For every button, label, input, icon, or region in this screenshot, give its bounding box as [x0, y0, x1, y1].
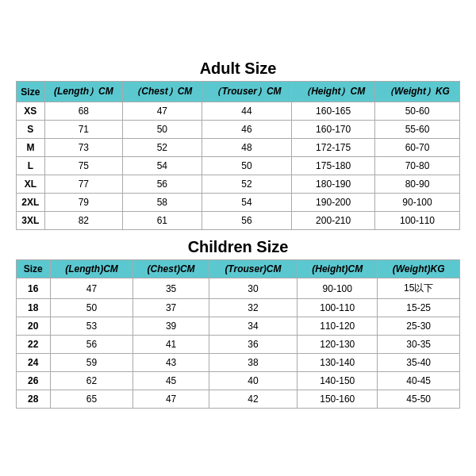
table-cell: 50: [122, 121, 202, 139]
table-cell: 47: [122, 102, 202, 121]
children-header-cell: (Trouser)CM: [209, 260, 298, 278]
table-cell: XL: [17, 175, 45, 194]
table-cell: 47: [50, 278, 133, 299]
table-cell: 35-40: [378, 354, 460, 372]
table-cell: 56: [122, 175, 202, 194]
table-row: 24594338130-14035-40: [17, 354, 460, 372]
table-cell: 180-190: [292, 175, 375, 194]
children-title: Children Size: [16, 238, 460, 256]
table-cell: 110-120: [298, 317, 378, 336]
table-cell: 150-160: [298, 390, 378, 409]
table-cell: S: [17, 121, 45, 139]
table-cell: 175-180: [292, 157, 375, 175]
table-cell: 77: [44, 175, 122, 194]
table-row: 22564136120-13030-35: [17, 336, 460, 354]
table-cell: 22: [17, 336, 51, 354]
table-cell: 65: [50, 390, 133, 409]
table-cell: 47: [133, 390, 209, 409]
table-cell: 43: [133, 354, 209, 372]
table-cell: 90-100: [298, 278, 378, 299]
children-header-cell: (Height)CM: [298, 260, 378, 278]
table-cell: 26: [17, 372, 51, 390]
table-cell: 160-165: [292, 102, 375, 121]
table-cell: 61: [122, 212, 202, 230]
table-cell: 40-45: [378, 372, 460, 390]
table-cell: 58: [122, 194, 202, 212]
table-cell: 54: [202, 194, 292, 212]
table-cell: M: [17, 139, 45, 157]
table-row: S715046160-17055-60: [17, 121, 460, 139]
adult-header-cell: （Trouser）CM: [202, 82, 292, 102]
table-cell: 46: [202, 121, 292, 139]
table-row: 3XL826156200-210100-110: [17, 212, 460, 230]
table-cell: 100-110: [298, 299, 378, 317]
table-cell: 28: [17, 390, 51, 409]
main-container: Adult Size Size(Length）CM（Chest）CM（Trous…: [8, 52, 468, 424]
table-cell: 34: [209, 317, 298, 336]
table-cell: 36: [209, 336, 298, 354]
adult-header-cell: (Length）CM: [44, 82, 122, 102]
table-cell: 50: [50, 299, 133, 317]
table-row: 20533934110-12025-30: [17, 317, 460, 336]
table-cell: 24: [17, 354, 51, 372]
table-cell: 41: [133, 336, 209, 354]
table-cell: 70-80: [375, 157, 460, 175]
table-cell: 48: [202, 139, 292, 157]
table-cell: 2XL: [17, 194, 45, 212]
table-cell: 172-175: [292, 139, 375, 157]
adult-header-cell: （Chest）CM: [122, 82, 202, 102]
table-row: 1647353090-10015以下: [17, 278, 460, 299]
table-cell: 45-50: [378, 390, 460, 409]
adult-size-table: Size(Length）CM（Chest）CM（Trouser）CM（Heigh…: [16, 81, 460, 230]
table-cell: 15-25: [378, 299, 460, 317]
table-cell: 3XL: [17, 212, 45, 230]
children-header-cell: (Weight)KG: [378, 260, 460, 278]
table-cell: 82: [44, 212, 122, 230]
table-cell: 52: [122, 139, 202, 157]
adult-header-cell: Size: [17, 82, 45, 102]
table-cell: 32: [209, 299, 298, 317]
table-cell: 190-200: [292, 194, 375, 212]
table-cell: 59: [50, 354, 133, 372]
children-header-cell: (Length)CM: [50, 260, 133, 278]
table-cell: 100-110: [375, 212, 460, 230]
table-cell: 62: [50, 372, 133, 390]
children-header-cell: (Chest)CM: [133, 260, 209, 278]
table-cell: 35: [133, 278, 209, 299]
table-cell: 80-90: [375, 175, 460, 194]
table-cell: 54: [122, 157, 202, 175]
table-cell: 20: [17, 317, 51, 336]
table-row: 26624540140-15040-45: [17, 372, 460, 390]
table-cell: 56: [202, 212, 292, 230]
table-row: XL775652180-19080-90: [17, 175, 460, 194]
table-cell: 25-30: [378, 317, 460, 336]
table-cell: 90-100: [375, 194, 460, 212]
table-cell: 45: [133, 372, 209, 390]
adult-header-cell: （Height）CM: [292, 82, 375, 102]
table-cell: 18: [17, 299, 51, 317]
adult-header-cell: （Weight）KG: [375, 82, 460, 102]
table-cell: L: [17, 157, 45, 175]
table-cell: 75: [44, 157, 122, 175]
table-cell: 200-210: [292, 212, 375, 230]
table-cell: 73: [44, 139, 122, 157]
table-cell: 15以下: [378, 278, 460, 299]
table-cell: 130-140: [298, 354, 378, 372]
table-row: M735248172-17560-70: [17, 139, 460, 157]
table-row: 2XL795854190-20090-100: [17, 194, 460, 212]
table-cell: 38: [209, 354, 298, 372]
table-cell: 42: [209, 390, 298, 409]
table-cell: 37: [133, 299, 209, 317]
table-cell: 56: [50, 336, 133, 354]
children-size-table: Size(Length)CM(Chest)CM(Trouser)CM(Heigh…: [16, 259, 460, 409]
table-cell: 53: [50, 317, 133, 336]
table-cell: 50: [202, 157, 292, 175]
table-cell: 39: [133, 317, 209, 336]
table-cell: 60-70: [375, 139, 460, 157]
table-cell: 50-60: [375, 102, 460, 121]
table-cell: 71: [44, 121, 122, 139]
table-cell: 140-150: [298, 372, 378, 390]
table-cell: 160-170: [292, 121, 375, 139]
adult-title: Adult Size: [16, 60, 460, 78]
table-row: 18503732100-11015-25: [17, 299, 460, 317]
